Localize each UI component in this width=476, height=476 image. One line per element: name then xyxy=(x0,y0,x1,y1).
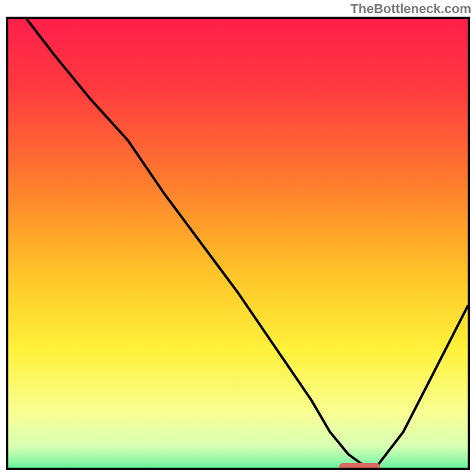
plot-area xyxy=(6,17,470,470)
background-gradient xyxy=(8,19,468,470)
chart-frame: TheBottleneck.com xyxy=(0,0,476,476)
watermark-text: TheBottleneck.com xyxy=(350,1,471,17)
svg-rect-0 xyxy=(8,19,468,470)
optimal-marker xyxy=(339,463,380,470)
